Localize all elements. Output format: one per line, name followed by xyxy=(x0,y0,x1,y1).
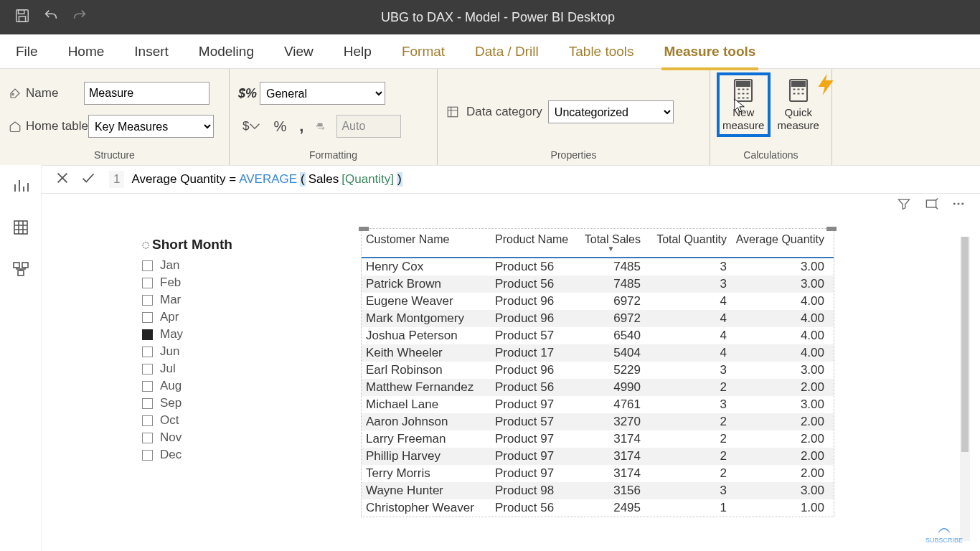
table-row[interactable]: Joshua PetersonProduct 57654044.00 xyxy=(362,327,834,344)
slicer-item-label: Mar xyxy=(160,293,181,307)
redo-icon[interactable] xyxy=(72,8,88,27)
slicer-item-dec[interactable]: Dec xyxy=(142,446,286,463)
slicer-item-nov[interactable]: Nov xyxy=(142,429,286,446)
table-row[interactable]: Larry FreemanProduct 97317422.00 xyxy=(362,430,834,448)
focus-mode-icon[interactable] xyxy=(924,197,938,214)
slicer-item-label: Sep xyxy=(160,396,182,410)
report-canvas[interactable]: ◌Short Month JanFebMarAprMayJunJulAugSep… xyxy=(42,194,980,551)
col-total-sales[interactable]: Total Sales xyxy=(577,229,645,257)
measure-name-input[interactable] xyxy=(84,82,209,105)
table-row[interactable]: Christopher WeaverProduct 56249511.00 xyxy=(362,499,834,517)
hometable-label: Home table xyxy=(9,119,88,133)
scrollbar-thumb[interactable] xyxy=(961,237,969,452)
vertical-scrollbar[interactable]: ▲ xyxy=(960,237,970,541)
slicer-item-label: Aug xyxy=(160,379,182,393)
quick-measure-button[interactable]: Quick measure xyxy=(774,75,824,135)
tab-table-tools[interactable]: Table tools xyxy=(566,39,637,64)
table-visual[interactable]: Customer Name Product Name Total Sales T… xyxy=(361,228,834,517)
tab-insert[interactable]: Insert xyxy=(131,39,171,64)
table-row[interactable]: Patrick BrownProduct 56748533.00 xyxy=(362,276,834,293)
checkbox-icon[interactable] xyxy=(142,381,153,392)
svg-text:.00: .00 xyxy=(316,123,323,127)
checkbox-icon[interactable] xyxy=(142,347,153,357)
svg-rect-12 xyxy=(22,263,28,268)
group-structure: Name Home table Key Measures Structure xyxy=(0,69,230,165)
table-row[interactable]: Aaron JohnsonProduct 57327022.00 xyxy=(362,413,834,430)
table-row[interactable]: Wayne HunterProduct 98315633.00 xyxy=(362,482,834,499)
model-view-button[interactable] xyxy=(6,254,36,284)
checkbox-icon[interactable] xyxy=(142,450,153,461)
slicer-item-aug[interactable]: Aug xyxy=(142,377,286,395)
ribbon: Name Home table Key Measures Structure $… xyxy=(0,69,980,165)
table-row[interactable]: Eugene WeaverProduct 96697244.00 xyxy=(362,293,834,310)
new-measure-button[interactable]: New measure xyxy=(719,75,768,135)
format-select[interactable]: General xyxy=(260,82,385,105)
svg-rect-10 xyxy=(14,221,27,234)
cancel-formula-icon[interactable] xyxy=(55,170,70,189)
slicer-item-mar[interactable]: Mar xyxy=(142,291,286,309)
table-row[interactable]: Henry CoxProduct 56748533.00 xyxy=(362,258,834,276)
table-row[interactable]: Earl RobinsonProduct 96522933.00 xyxy=(362,362,834,379)
percent-button[interactable]: % xyxy=(269,115,291,138)
save-icon[interactable] xyxy=(14,8,30,27)
more-options-icon[interactable] xyxy=(951,197,966,214)
checkbox-icon[interactable] xyxy=(142,433,153,443)
slicer-short-month[interactable]: ◌Short Month JanFebMarAprMayJunJulAugSep… xyxy=(142,237,286,463)
col-average-quantity[interactable]: Average Quantity xyxy=(731,229,829,257)
slicer-item-feb[interactable]: Feb xyxy=(142,274,286,291)
undo-icon[interactable] xyxy=(43,8,59,27)
checkbox-icon[interactable] xyxy=(142,329,153,340)
tab-measure-tools[interactable]: Measure tools xyxy=(661,39,759,64)
slicer-item-label: Oct xyxy=(160,413,179,428)
slicer-item-label: Jul xyxy=(160,362,176,376)
name-label: Name xyxy=(9,86,84,100)
tab-data-drill[interactable]: Data / Drill xyxy=(472,39,542,64)
slicer-item-may[interactable]: May xyxy=(142,326,286,343)
table-row[interactable]: Matthew FernandezProduct 56499022.00 xyxy=(362,379,834,396)
slicer-item-sep[interactable]: Sep xyxy=(142,395,286,412)
checkbox-icon[interactable] xyxy=(142,312,153,323)
tab-file[interactable]: File xyxy=(13,39,41,64)
slicer-item-jun[interactable]: Jun xyxy=(142,343,286,360)
filter-icon[interactable] xyxy=(897,197,911,214)
col-product-name[interactable]: Product Name xyxy=(491,229,577,257)
tab-modeling[interactable]: Modeling xyxy=(196,39,257,64)
col-customer-name[interactable]: Customer Name xyxy=(362,229,491,257)
checkbox-icon[interactable] xyxy=(142,415,153,426)
title-bar: UBG to DAX - Model - Power BI Desktop xyxy=(0,0,980,34)
slicer-item-apr[interactable]: Apr xyxy=(142,309,286,326)
data-view-button[interactable] xyxy=(6,212,36,242)
formula-text[interactable]: 1 Average Quantity = AVERAGE( Sales[Quan… xyxy=(109,171,402,188)
decimal-count-input[interactable]: Auto xyxy=(336,115,401,138)
table-row[interactable]: Keith WheelerProduct 17540444.00 xyxy=(362,344,834,362)
checkbox-icon[interactable] xyxy=(142,295,153,306)
formula-bar[interactable]: 1 Average Quantity = AVERAGE( Sales[Quan… xyxy=(42,165,980,194)
table-row[interactable]: Michael LaneProduct 97476133.00 xyxy=(362,396,834,413)
tab-view[interactable]: View xyxy=(281,39,316,64)
checkbox-icon[interactable] xyxy=(142,260,153,271)
table-row[interactable]: Phillip HarveyProduct 97317422.00 xyxy=(362,448,834,465)
tab-format[interactable]: Format xyxy=(399,39,448,64)
thousands-button[interactable]: , xyxy=(295,115,308,138)
checkbox-icon[interactable] xyxy=(142,398,153,409)
report-view-button[interactable] xyxy=(6,171,36,201)
currency-button[interactable]: $ xyxy=(238,115,265,138)
commit-formula-icon[interactable] xyxy=(80,170,96,189)
slicer-title: ◌Short Month xyxy=(142,237,286,253)
group-calculations: New measure Quick measure Calculations xyxy=(710,69,832,165)
tab-home[interactable]: Home xyxy=(65,39,108,64)
slicer-item-oct[interactable]: Oct xyxy=(142,412,286,429)
table-row[interactable]: Mark MontgomeryProduct 96697244.00 xyxy=(362,310,834,327)
slicer-item-jul[interactable]: Jul xyxy=(142,360,286,377)
home-table-select[interactable]: Key Measures xyxy=(88,115,214,138)
slicer-item-label: Jun xyxy=(160,344,179,359)
col-total-quantity[interactable]: Total Quantity xyxy=(645,229,731,257)
slicer-item-jan[interactable]: Jan xyxy=(142,257,286,274)
table-row[interactable]: Terry MorrisProduct 97317422.00 xyxy=(362,465,834,482)
decimals-button[interactable]: .00 xyxy=(312,115,332,138)
data-category-select[interactable]: Uncategorized xyxy=(548,100,674,123)
checkbox-icon[interactable] xyxy=(142,278,153,288)
slicer-item-label: Apr xyxy=(160,310,179,324)
checkbox-icon[interactable] xyxy=(142,364,153,375)
tab-help[interactable]: Help xyxy=(341,39,374,64)
